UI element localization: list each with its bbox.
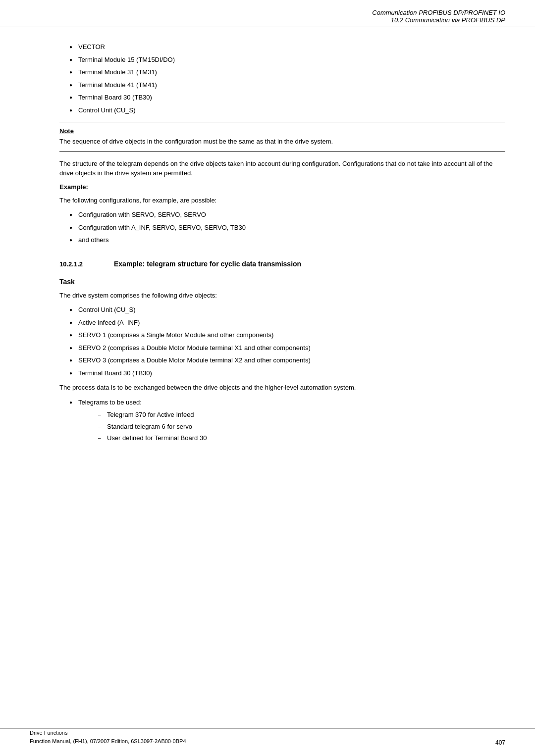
footer-left: Drive Functions Function Manual, (FH1), …	[30, 729, 186, 746]
list-item: Configuration with A_INF, SERVO, SERVO, …	[69, 223, 505, 233]
list-item: Terminal Board 30 (TB30)	[69, 368, 505, 378]
task-intro: The drive system comprises the following…	[59, 291, 505, 301]
list-item: Configuration with SERVO, SERVO, SERVO	[69, 210, 505, 220]
drive-objects-list: Control Unit (CU_S) Active Infeed (A_INF…	[69, 305, 505, 378]
paragraph1: The structure of the telegram depends on…	[59, 159, 505, 178]
note-box: Note The sequence of drive objects in th…	[59, 122, 505, 152]
list-item: Terminal Module 15 (TM15DI/DO)	[69, 55, 505, 65]
list-item: SERVO 2 (comprises a Double Motor Module…	[69, 343, 505, 353]
header-line1: Communication PROFIBUS DP/PROFINET IO	[372, 9, 505, 16]
list-item: VECTOR	[69, 42, 505, 52]
list-item: Control Unit (CU_S)	[69, 305, 505, 315]
list-item: Telegram 370 for Active Infeed	[98, 410, 505, 420]
main-content: VECTOR Terminal Module 15 (TM15DI/DO) Te…	[0, 27, 535, 458]
note-text: The sequence of drive objects in the con…	[59, 137, 505, 147]
list-item: and others	[69, 235, 505, 245]
section-title: Example: telegram structure for cyclic d…	[114, 260, 301, 268]
list-item: Terminal Board 30 (TB30)	[69, 93, 505, 102]
page-header: Communication PROFIBUS DP/PROFINET IO 10…	[0, 0, 535, 27]
list-item: Standard telegram 6 for servo	[98, 422, 505, 432]
task-heading: Task	[59, 278, 505, 286]
page-footer: Drive Functions Function Manual, (FH1), …	[0, 728, 535, 746]
list-item: SERVO 3 (comprises a Double Motor Module…	[69, 355, 505, 365]
header-line2: 10.2 Communication via PROFIBUS DP	[391, 16, 505, 24]
list-item: SERVO 1 (comprises a Single Motor Module…	[69, 330, 505, 340]
footer-page-number: 407	[495, 739, 505, 746]
example-section: Example: The following configurations, f…	[59, 183, 505, 245]
list-item: Control Unit (CU_S)	[69, 105, 505, 115]
list-item: Telegrams to be used: Telegram 370 for A…	[69, 398, 505, 443]
example-bullet-list: Configuration with SERVO, SERVO, SERVO C…	[69, 210, 505, 245]
section-heading: 10.2.1.2 Example: telegram structure for…	[59, 260, 505, 268]
note-title: Note	[59, 127, 505, 135]
list-item: Terminal Module 41 (TM41)	[69, 80, 505, 90]
telegrams-outer-list: Telegrams to be used: Telegram 370 for A…	[69, 398, 505, 443]
telegram-sub-list: Telegram 370 for Active Infeed Standard …	[98, 410, 505, 443]
list-item: Active Infeed (A_INF)	[69, 318, 505, 328]
example-label: Example:	[59, 183, 505, 191]
footer-left-line1: Drive Functions	[30, 729, 186, 738]
list-item: Terminal Module 31 (TM31)	[69, 67, 505, 77]
page: Communication PROFIBUS DP/PROFINET IO 10…	[0, 0, 535, 756]
section-number: 10.2.1.2	[59, 260, 99, 268]
footer-left-line2: Function Manual, (FH1), 07/2007 Edition,…	[30, 737, 186, 746]
top-bullet-list: VECTOR Terminal Module 15 (TM15DI/DO) Te…	[69, 42, 505, 115]
exchange-text: The process data is to be exchanged betw…	[59, 383, 505, 393]
example-intro: The following configurations, for exampl…	[59, 196, 505, 205]
list-item: User defined for Terminal Board 30	[98, 433, 505, 443]
